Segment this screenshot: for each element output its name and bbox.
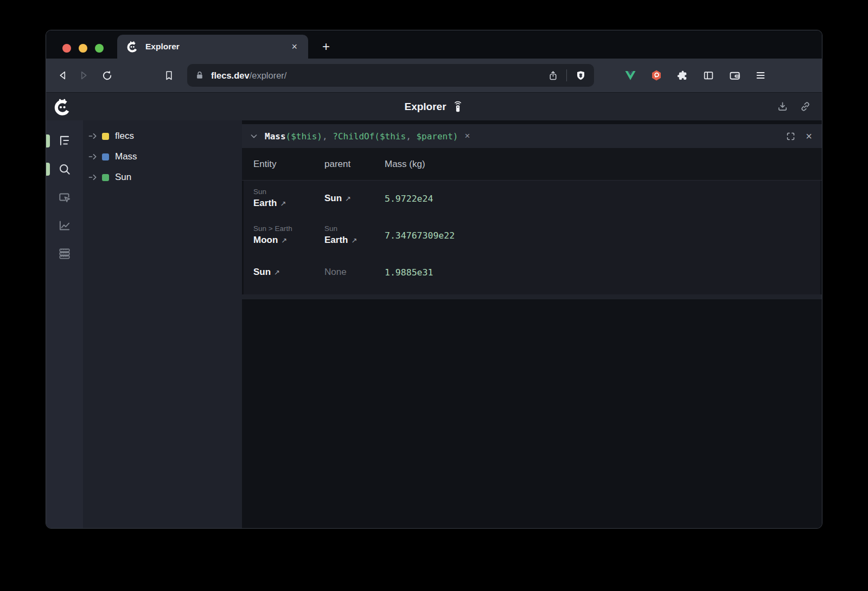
query-clear-icon[interactable]: × [464,131,470,142]
sidebar-toggle-icon[interactable] [701,68,716,82]
url-text: flecs.dev/explorer/ [211,70,546,81]
query-token: ?ChildOf [333,131,374,142]
close-window-button[interactable] [62,44,71,53]
active-indicator-tree [46,134,50,147]
forward-button[interactable] [73,66,93,85]
download-icon[interactable] [775,100,789,114]
extensions-row [623,68,768,82]
entity-cell: Sun > Earth Moon↗ [253,216,324,254]
tree-item[interactable]: flecs [83,126,242,146]
tab-explorer[interactable]: Explorer × [117,35,308,59]
entity-path: Sun [253,187,324,197]
mass-cell: 5.9722e24 [385,181,820,216]
open-parent-icon[interactable]: ↗ [345,195,351,203]
brave-shield-icon[interactable] [573,68,588,82]
parent-cell: Sun↗ [324,181,385,216]
fullscreen-icon[interactable] [786,131,796,142]
parent-cell: None [324,254,385,290]
tree-item-label: Sun [115,172,131,183]
flecs-favicon-icon [126,40,139,53]
entity-link[interactable]: Sun↗ [253,266,324,279]
expand-arrow-icon[interactable] [88,133,98,139]
entity-link[interactable]: Moon↗ [253,234,324,247]
table-row: Sun↗ None 1.9885e31 [244,254,820,290]
query-token: ) [453,131,458,142]
tree-item[interactable]: Mass [83,146,242,167]
parent-link[interactable]: Earth↗ [324,234,385,247]
sidebar-item-search[interactable] [50,155,79,183]
chevron-down-icon[interactable] [250,132,258,140]
column-header-parent: parent [324,159,385,170]
expand-arrow-icon[interactable] [88,153,98,160]
parent-cell: Sun Earth↗ [324,216,385,254]
menu-hamburger-icon[interactable] [754,68,768,82]
reload-button[interactable] [97,66,117,85]
url-path: /explorer/ [250,70,287,80]
tab-close-icon[interactable]: × [289,41,299,53]
link-icon[interactable] [798,100,812,114]
share-icon[interactable] [546,68,560,82]
sidebar-item-inspector[interactable] [50,183,79,211]
lock-icon [195,70,205,80]
wallet-icon[interactable] [727,68,742,82]
traffic-lights [62,44,104,53]
tab-strip: Explorer × + [46,30,822,59]
new-tab-button[interactable]: + [317,38,335,55]
entity-link[interactable]: Earth↗ [253,197,324,210]
sidebar-item-tree[interactable] [50,127,79,155]
entity-color-swatch [102,174,109,181]
urlbar-separator [566,69,567,81]
open-entity-icon[interactable]: ↗ [274,268,280,277]
parent-path: Sun [324,223,385,234]
parent-link[interactable]: None [324,266,385,279]
tab-title: Explorer [145,42,289,52]
entity-tree-panel: flecs Mass Sun [83,120,242,528]
browser-toolbar: flecs.dev/explorer/ [46,59,822,92]
url-bar[interactable]: flecs.dev/explorer/ [187,64,594,87]
vue-devtools-icon[interactable] [623,68,637,82]
bookmark-icon[interactable] [159,66,178,85]
entity-color-swatch [102,133,109,140]
flecs-logo-icon [53,97,72,117]
tree-item[interactable]: Sun [83,167,242,188]
tree-item-label: flecs [115,131,134,142]
browser-window: Explorer × + flecs.dev/explorer/ [46,30,822,529]
open-entity-icon[interactable]: ↗ [281,236,287,245]
active-indicator-search [46,163,50,176]
mass-cell: 1.9885e31 [385,254,820,290]
mass-cell: 7.34767309e22 [385,216,820,254]
sidebar-item-memory[interactable] [50,240,79,268]
app-title: Explorer [404,101,446,113]
extensions-puzzle-icon[interactable] [675,68,690,82]
hexagon-extension-icon[interactable] [649,68,663,82]
zoom-window-button[interactable] [95,44,104,53]
entity-path: Sun > Earth [253,223,324,234]
column-header-mass: Mass (kg) [385,159,822,170]
table-row: Sun Earth↗ Sun↗ 5.9722e24 [244,181,820,216]
query-token: , [322,131,333,142]
entity-color-swatch [102,153,109,160]
query-close-icon[interactable]: × [806,131,812,142]
remote-connection-icon [452,100,464,114]
main-area: Mass($this), ?ChildOf($this, $parent) × … [242,120,822,528]
sidebar-item-stats[interactable] [50,211,79,240]
open-entity-icon[interactable]: ↗ [280,200,286,208]
open-parent-icon[interactable]: ↗ [351,236,357,245]
parent-link[interactable]: Sun↗ [324,192,385,205]
expand-arrow-icon[interactable] [88,174,98,181]
entity-cell: Sun Earth↗ [253,181,324,216]
table-header: Entity parent Mass (kg) [242,148,822,181]
app-body: flecs Mass Sun Mass($this), ?ChildOf($th… [46,120,822,528]
url-domain: flecs.dev [211,70,250,80]
query-expression[interactable]: Mass($this), ?ChildOf($this, $parent) [265,131,458,142]
mass-value: 5.9722e24 [385,194,820,204]
app-title-wrap: Explorer [46,100,822,114]
back-button[interactable] [54,66,73,85]
table-row: Sun > Earth Moon↗ Sun Earth↗ 7.34767309e… [244,216,820,254]
mass-value: 7.34767309e22 [385,230,820,241]
query-token: ( [374,131,380,142]
column-header-entity: Entity [253,159,324,170]
entity-cell: Sun↗ [253,254,324,290]
query-results: Sun Earth↗ Sun↗ 5.9722e24 Sun > Earth Mo… [244,181,820,294]
minimize-window-button[interactable] [79,44,87,53]
